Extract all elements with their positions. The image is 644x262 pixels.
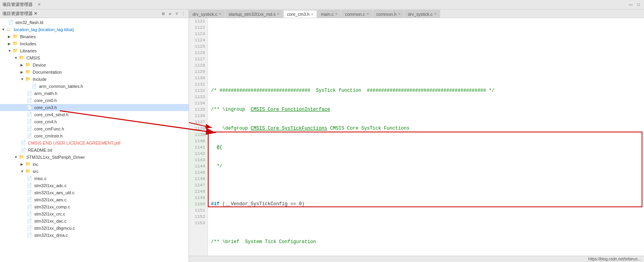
- tab-close-icon[interactable]: ×: [277, 12, 279, 16]
- h-file-icon: 📄: [27, 133, 33, 139]
- tree-item-stm32-crc[interactable]: 📄 stm32l1xx_crc.c: [0, 210, 189, 217]
- folder-icon: 📁: [19, 154, 25, 160]
- tree-item-stm32-aes-util[interactable]: 📄 stm32l1xx_aes_util.c: [0, 189, 189, 196]
- toolbar-close-icon[interactable]: ✕: [37, 2, 41, 7]
- code-line-1123: /** \ingroup CMSIS_Core_FunctionInterfac…: [211, 106, 641, 113]
- tree-label: STM32L1xx_StdPeriph_Driver: [26, 155, 85, 160]
- tab-core-cm3[interactable]: core_cm3.h ×: [283, 10, 317, 18]
- code-editor[interactable]: 1121 1122 1123 1124 1125 1126 1127 1128 …: [189, 18, 644, 256]
- maximize-icon[interactable]: □: [635, 2, 642, 8]
- c-file-icon: 📄: [27, 176, 33, 181]
- project-icon: 🗂: [6, 27, 13, 32]
- tree-item-stm32-dma[interactable]: 📄 stm32l1xx_dma.c: [0, 232, 189, 239]
- tree-label: stm32l1xx_aes.c: [34, 197, 67, 202]
- line-numbers: 1121 1122 1123 1124 1125 1126 1127 1128 …: [189, 18, 208, 256]
- tab-label: drv_systick.c: [192, 12, 217, 17]
- tree-label: Libraries: [20, 48, 37, 53]
- tree-item-core-cminstr[interactable]: 📄 core_cmInstr.h: [0, 132, 189, 139]
- tab-common-c[interactable]: common.c ×: [341, 10, 372, 18]
- filter-icon[interactable]: ▽: [174, 11, 180, 17]
- tree-item-arm-common-tables[interactable]: 📄 arm_common_tables.h: [0, 83, 189, 90]
- tab-close-icon[interactable]: ×: [434, 12, 437, 16]
- folder-icon: 📁: [13, 41, 19, 46]
- tree-item-stm32-aes[interactable]: 📄 stm32l1xx_aes.c: [0, 196, 189, 203]
- tree-label: Includes: [20, 41, 36, 46]
- c-file-icon: 📄: [27, 232, 33, 238]
- tab-label: common.h: [376, 12, 396, 17]
- red-highlight-box: [208, 132, 642, 207]
- tree-item-includes[interactable]: ▶ 📁 Includes: [0, 40, 189, 47]
- tab-drv-systick-1[interactable]: drv_systick.c ×: [189, 10, 225, 18]
- tree-label: arm_common_tables.h: [39, 84, 83, 89]
- tab-close-icon[interactable]: ×: [398, 12, 400, 16]
- code-line-1126: */: [211, 163, 641, 169]
- minimize-icon[interactable]: —: [627, 2, 634, 8]
- h-file-icon: 📄: [27, 126, 33, 132]
- tree-item-stm32-comp[interactable]: 📄 stm32l1xx_comp.c: [0, 203, 189, 210]
- toolbar-title: 项目资源管理器: [2, 2, 33, 7]
- tree-item-location-tag[interactable]: ▼ 🗂 location_tag [location_tag tdoa]: [0, 26, 189, 33]
- tree-item-readme[interactable]: 📄 README.txt: [0, 147, 189, 154]
- code-content[interactable]: /* ################################ SysT…: [208, 18, 644, 256]
- code-line-1130: /** \brief System Tick Configuration: [211, 239, 641, 245]
- menu-icon[interactable]: ⋮: [181, 11, 186, 17]
- tab-drv-systick-2[interactable]: drv_systick.c ×: [404, 10, 440, 18]
- tree-item-core-cm4-simd[interactable]: 📄 core_cm4_simd.h: [0, 111, 189, 118]
- tab-close-icon[interactable]: ×: [219, 12, 221, 16]
- tree-label: stm32l1xx_adc.c: [34, 183, 67, 188]
- tree-item-core-cm0[interactable]: 📄 core_cm0.h: [0, 97, 189, 104]
- editor-area: drv_systick.c × startup_stm32l1xx_md.s ×…: [189, 9, 644, 262]
- tab-startup[interactable]: startup_stm32l1xx_md.s ×: [225, 10, 283, 18]
- tree-label: Binaries: [20, 34, 36, 39]
- tree-item-stm32-dac[interactable]: 📄 stm32l1xx_dac.c: [0, 217, 189, 225]
- tab-common-h[interactable]: common.h ×: [373, 10, 404, 18]
- tree-label: stm32l1xx_comp.c: [34, 204, 70, 209]
- tree-item-misc-c[interactable]: 📄 misc.c: [0, 175, 189, 182]
- tree-label: core_cm4.h: [34, 119, 57, 124]
- expand-arrow-icon: ▼: [20, 77, 25, 81]
- status-bar: https://blog.csdn.net/tefanus...: [189, 256, 644, 262]
- tree-item-binaries[interactable]: ▶ 📁 Binaries: [0, 33, 189, 40]
- tab-label: core_cm3.h: [287, 12, 309, 17]
- tree-label: inc: [33, 162, 38, 167]
- tree-item-core-cm4[interactable]: 📄 core_cm4.h: [0, 118, 189, 125]
- tree-item-documentation[interactable]: ▶ 📁 Documentation: [0, 69, 189, 76]
- tree-item-device[interactable]: ▶ 📁 Device: [0, 61, 189, 69]
- tree-item-arm-math[interactable]: 📄 arm_math.h: [0, 90, 189, 97]
- code-line-1121: [211, 69, 641, 75]
- tab-close-icon[interactable]: ×: [335, 12, 338, 16]
- expand-arrow-icon: ▼: [20, 169, 25, 173]
- folder-icon: 📁: [13, 34, 19, 39]
- tree-item-core-cm3[interactable]: 📄 core_cm3.h: [0, 104, 189, 111]
- tab-label: main.c: [321, 12, 333, 17]
- tree-item-cmsis-eula[interactable]: 📄 CMSIS END USER LICENCE AGREEMENT.pdf: [0, 139, 189, 147]
- tree-item-stm32-adc[interactable]: 📄 stm32l1xx_adc.c: [0, 182, 189, 189]
- c-file-icon: 📄: [27, 183, 33, 188]
- tab-main[interactable]: main.c ×: [317, 10, 341, 18]
- link-icon[interactable]: ⇌: [167, 11, 173, 17]
- tree-label: misc.c: [34, 176, 46, 181]
- tab-close-icon[interactable]: ×: [366, 12, 369, 16]
- tree-item-stm32flash[interactable]: 📄 stm32_flash.ld: [0, 19, 189, 26]
- tree-item-core-cmfunc[interactable]: 📄 core_cmFunc.h: [0, 125, 189, 132]
- tab-label: drv_systick.c: [408, 12, 433, 17]
- tree-item-src[interactable]: ▼ 📁 src: [0, 168, 189, 175]
- tree-label: core_cmFunc.h: [34, 126, 64, 131]
- tree-label: Device: [33, 63, 46, 67]
- tree-item-include[interactable]: ▼ 📁 Include: [0, 76, 189, 83]
- folder-icon: 📁: [25, 69, 31, 75]
- c-file-icon: 📄: [27, 218, 33, 224]
- file-tree-panel: 项目资源管理器 ✕ ⊞ ⇌ ▽ ⋮ 📄 stm32_flash.ld ▼ 🗂 l…: [0, 9, 189, 262]
- tab-close-icon[interactable]: ×: [311, 12, 313, 17]
- collapse-icon[interactable]: ⊞: [161, 11, 166, 17]
- tree-item-cmsis[interactable]: ▼ 📁 CMSIS: [0, 54, 189, 61]
- tree-label: src: [33, 169, 39, 174]
- tree-item-inc[interactable]: ▶ 📁 inc: [0, 161, 189, 168]
- expand-arrow-icon: ▶: [8, 42, 13, 46]
- folder-icon: 📁: [25, 62, 31, 68]
- tree-item-stm32-dbgmcu[interactable]: 📄 stm32l1xx_dbgmcu.c: [0, 225, 189, 232]
- tree-label: core_cm4_simd.h: [34, 112, 68, 117]
- tree-item-stm32-stdperiph[interactable]: ▼ 📁 STM32L1xx_StdPeriph_Driver: [0, 154, 189, 161]
- toolbar: 项目资源管理器 ✕ — □: [0, 0, 644, 9]
- tree-item-libraries[interactable]: ▼ 📁 Libraries: [0, 47, 189, 54]
